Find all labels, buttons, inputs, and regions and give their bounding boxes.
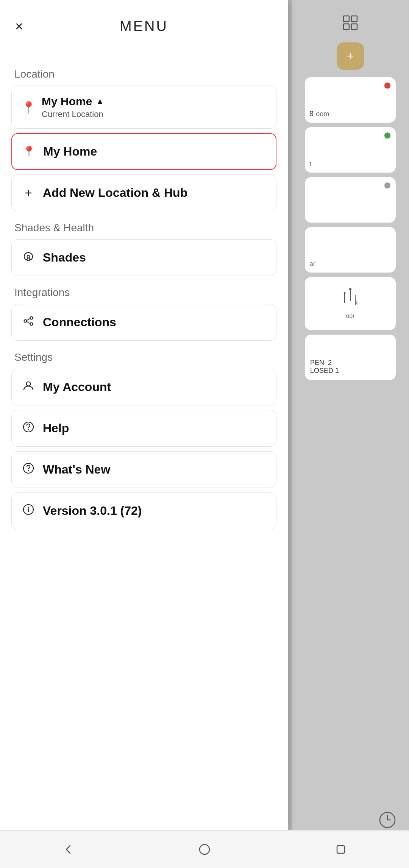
add-location-label: Add New Location & Hub: [43, 186, 187, 200]
menu-item-my-home[interactable]: 📍 My Home: [11, 133, 276, 170]
svg-point-13: [24, 320, 27, 323]
location-pin-icon: 📍: [22, 101, 36, 114]
pin-icon-my-home: 📍: [22, 145, 36, 158]
bg-card-2: t: [305, 127, 396, 173]
caret-up-icon: ▲: [96, 97, 104, 106]
menu-item-my-account[interactable]: My Account: [11, 369, 276, 405]
menu-item-version[interactable]: Version 3.0.1 (72): [11, 492, 276, 529]
svg-rect-1: [351, 16, 357, 22]
my-home-label: My Home: [43, 145, 97, 159]
svg-point-25: [28, 507, 29, 508]
menu-item-whats-new[interactable]: What's New: [11, 451, 276, 488]
section-label-settings: Settings: [14, 351, 276, 363]
section-label-shades: Shades & Health: [14, 222, 276, 234]
svg-point-7: [344, 292, 346, 294]
grid-icon: [339, 11, 362, 34]
shades-label: Shades: [43, 251, 86, 265]
whats-new-label: What's New: [43, 463, 110, 477]
location-current-card[interactable]: 📍 My Home ▲ Current Location: [11, 86, 276, 129]
menu-item-help[interactable]: Help: [11, 410, 276, 447]
recent-apps-button[interactable]: [331, 840, 350, 859]
account-icon: [22, 380, 35, 394]
location-card-sub: Current Location: [42, 109, 266, 119]
svg-rect-0: [343, 16, 349, 22]
background-panel: + 8 oom t ar oor PEN 2: [292, 0, 409, 868]
add-icon: +: [22, 185, 35, 200]
bottom-nav: [0, 830, 409, 868]
section-label-location: Location: [14, 68, 276, 80]
svg-point-18: [27, 382, 31, 386]
location-card-name: My Home ▲: [42, 95, 266, 108]
menu-content: Location 📍 My Home ▲ Current Location 📍 …: [0, 46, 288, 830]
my-account-label: My Account: [43, 380, 111, 394]
svg-point-26: [200, 845, 209, 854]
shades-icon: [22, 250, 35, 265]
menu-overlay: × MENU Location 📍 My Home ▲ Current Loca…: [0, 0, 288, 830]
whats-new-icon: [22, 462, 35, 477]
bg-card-lamp: oor: [305, 277, 396, 330]
menu-header: × MENU: [0, 0, 288, 46]
version-label: Version 3.0.1 (72): [43, 504, 142, 518]
connections-icon: [22, 315, 35, 330]
svg-point-12: [27, 256, 30, 258]
add-button-bg[interactable]: +: [337, 42, 364, 70]
bg-card-1: 8 oom: [305, 77, 396, 123]
menu-item-connections[interactable]: Connections: [11, 304, 276, 341]
svg-point-15: [30, 323, 33, 326]
svg-point-14: [30, 317, 33, 319]
close-button[interactable]: ×: [15, 19, 23, 34]
bg-card-3: [305, 177, 396, 223]
menu-item-add-location[interactable]: + Add New Location & Hub: [11, 175, 276, 211]
svg-line-17: [27, 322, 30, 324]
svg-rect-27: [337, 846, 345, 853]
svg-line-16: [27, 319, 30, 321]
menu-item-shades[interactable]: Shades: [11, 239, 276, 276]
svg-point-20: [28, 429, 29, 430]
help-icon: [22, 421, 35, 436]
menu-title: MENU: [120, 18, 168, 34]
bg-summary-card: PEN 2 LOSED 1: [305, 335, 396, 380]
bg-card-4: ar: [305, 227, 396, 273]
location-card-texts: My Home ▲ Current Location: [42, 95, 266, 119]
back-button[interactable]: [59, 840, 78, 859]
help-label: Help: [43, 421, 69, 435]
home-button[interactable]: [195, 840, 214, 859]
svg-point-22: [28, 470, 29, 471]
svg-rect-2: [343, 24, 349, 30]
version-icon: [22, 503, 35, 518]
svg-point-5: [349, 288, 351, 290]
section-label-integrations: Integrations: [14, 287, 276, 299]
connections-label: Connections: [43, 315, 116, 329]
svg-rect-3: [351, 24, 357, 30]
